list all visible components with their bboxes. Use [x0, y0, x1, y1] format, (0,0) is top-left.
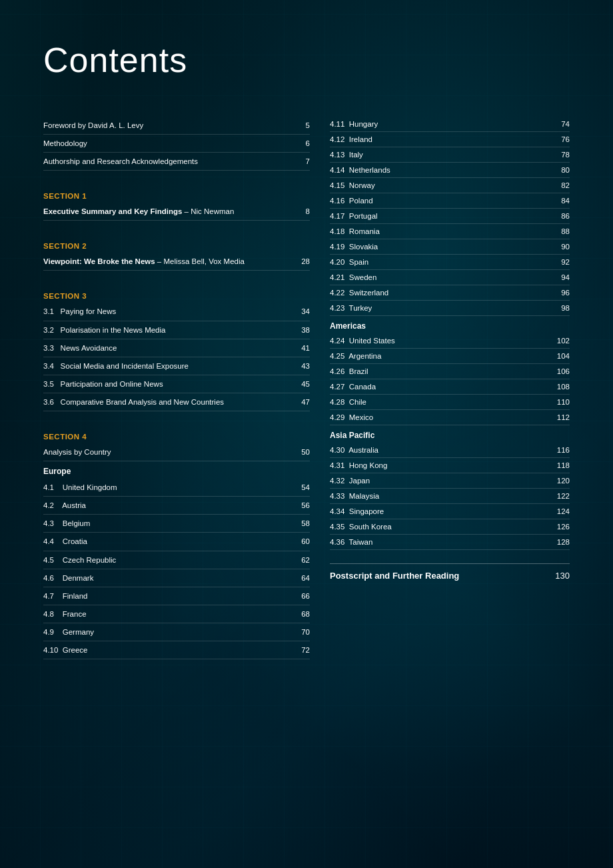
postscript-label: Postscript and Further Reading	[330, 571, 459, 581]
list-item: 4.28 Chile 110	[330, 395, 570, 410]
list-item: 3.6 Comparative Brand Analysis and New C…	[43, 393, 310, 411]
list-item: 4.23 Turkey 98	[330, 301, 570, 316]
list-item: 4.8 France 68	[43, 605, 310, 623]
front-matter-list: Foreword by David A. L. Levy 5 Methodolo…	[43, 117, 310, 171]
list-item: 4.19 Slovakia 90	[330, 239, 570, 255]
list-item: 4.12 Ireland 76	[330, 132, 570, 147]
section-1: SECTION 1 Executive Summary and Key Find…	[43, 192, 310, 221]
list-item: 4.16 Poland 84	[330, 193, 570, 209]
analysis-by-country-row: Analysis by Country 50	[43, 443, 310, 461]
list-item: 4.25 Argentina 104	[330, 349, 570, 364]
list-item: 4.35 South Korea 126	[330, 519, 570, 535]
list-item: 4.27 Canada 108	[330, 379, 570, 395]
list-item: Foreword by David A. L. Levy 5	[43, 117, 310, 135]
americas-list: 4.24 United States 102 4.25 Argentina 10…	[330, 333, 570, 425]
list-item: 3.5 Participation and Online News 45	[43, 375, 310, 393]
list-item: 4.15 Norway 82	[330, 178, 570, 193]
right-column: 4.11 Hungary 74 4.12 Ireland 76 4.13 Ita…	[330, 117, 570, 659]
list-item: 4.4 Croatia 60	[43, 533, 310, 551]
section-4: SECTION 4 Analysis by Country 50 Europe …	[43, 433, 310, 659]
list-item: 4.20 Spain 92	[330, 255, 570, 270]
section-2: SECTION 2 Viewpoint: We Broke the News –…	[43, 242, 310, 271]
list-item: 4.31 Hong Kong 118	[330, 458, 570, 473]
list-item: 4.29 Mexico 112	[330, 410, 570, 425]
list-item: 3.1 Paying for News 34	[43, 303, 310, 321]
asia-pacific-list: 4.30 Australia 116 4.31 Hong Kong 118 4.…	[330, 443, 570, 550]
section-1-heading: SECTION 1	[43, 192, 310, 200]
page-title: Contents	[43, 40, 570, 80]
postscript-page: 130	[555, 571, 570, 581]
list-item: 4.1 United Kingdom 54	[43, 479, 310, 497]
europe-heading: Europe	[43, 467, 310, 476]
europe-continued-list: 4.11 Hungary 74 4.12 Ireland 76 4.13 Ita…	[330, 117, 570, 316]
list-item: 4.9 Germany 70	[43, 623, 310, 641]
list-item: 4.11 Hungary 74	[330, 117, 570, 132]
postscript-row: Postscript and Further Reading 130	[330, 563, 570, 587]
section-2-heading: SECTION 2	[43, 242, 310, 250]
section-3-heading: SECTION 3	[43, 292, 310, 300]
list-item: 4.7 Finland 66	[43, 587, 310, 605]
list-item: 4.13 Italy 78	[330, 147, 570, 163]
list-item: 4.3 Belgium 58	[43, 515, 310, 533]
list-item: 3.2 Polarisation in the News Media 38	[43, 321, 310, 339]
list-item: 3.3 News Avoidance 41	[43, 339, 310, 357]
list-item: 3.4 Social Media and Incidental Exposure…	[43, 357, 310, 375]
americas-heading: Americas	[330, 321, 570, 331]
section-2-title: Viewpoint: We Broke the News – Melissa B…	[43, 253, 310, 271]
list-item: 4.32 Japan 120	[330, 473, 570, 489]
list-item: 4.36 Taiwan 128	[330, 535, 570, 550]
section-1-title: Executive Summary and Key Findings – Nic…	[43, 203, 310, 221]
section-3: SECTION 3 3.1 Paying for News 34 3.2 Pol…	[43, 292, 310, 411]
list-item: 4.2 Austria 56	[43, 497, 310, 515]
list-item: 4.18 Romania 88	[330, 224, 570, 239]
section-4-heading: SECTION 4	[43, 433, 310, 441]
list-item: 4.26 Brazil 106	[330, 364, 570, 379]
list-item: 4.21 Sweden 94	[330, 270, 570, 285]
list-item: 4.24 United States 102	[330, 333, 570, 349]
list-item: 4.34 Singapore 124	[330, 504, 570, 519]
asia-pacific-heading: Asia Pacific	[330, 431, 570, 440]
list-item: Methodology 6	[43, 135, 310, 153]
list-item: Authorship and Research Acknowledgements…	[43, 153, 310, 171]
list-item: 4.33 Malaysia 122	[330, 489, 570, 504]
list-item: 4.10 Greece 72	[43, 641, 310, 659]
list-item: 4.6 Denmark 64	[43, 569, 310, 587]
list-item: 4.14 Netherlands 80	[330, 163, 570, 178]
left-column: Foreword by David A. L. Levy 5 Methodolo…	[43, 117, 310, 659]
list-item: 4.22 Switzerland 96	[330, 285, 570, 301]
list-item: 4.5 Czech Republic 62	[43, 551, 310, 569]
list-item: 4.17 Portugal 86	[330, 209, 570, 224]
list-item: 4.30 Australia 116	[330, 443, 570, 458]
